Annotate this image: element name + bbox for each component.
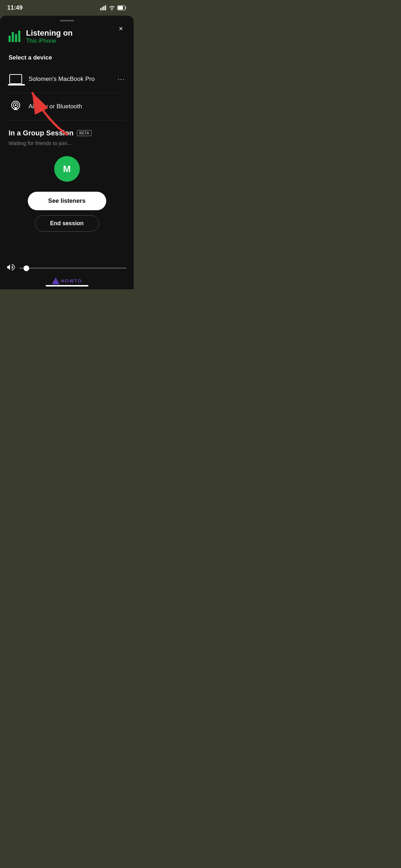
listening-on-label: Listening on <box>26 29 73 38</box>
device-name-macbook: Solomen's MacBook Pro <box>29 76 112 83</box>
svg-marker-11 <box>52 279 59 284</box>
equalizer-icon <box>9 31 20 42</box>
svg-rect-3 <box>105 5 106 10</box>
eq-bar-3 <box>15 34 17 42</box>
device-name-airplay: AirPlay or Bluetooth <box>29 103 125 110</box>
eq-bar-2 <box>12 32 14 42</box>
listening-device: This iPhone <box>26 38 56 44</box>
divider-2 <box>9 120 125 120</box>
volume-thumb[interactable] <box>24 265 29 271</box>
svg-point-8 <box>15 104 17 106</box>
group-session-title: In a Group Session <box>9 129 73 137</box>
watermark: HOWTO <box>52 277 82 284</box>
device-item-airplay[interactable]: AirPlay or Bluetooth <box>9 96 125 117</box>
signal-icon <box>100 5 107 10</box>
eq-bar-1 <box>9 36 11 42</box>
volume-track[interactable] <box>19 268 127 269</box>
battery-icon <box>117 5 127 10</box>
airplay-icon <box>9 99 23 114</box>
divider-1 <box>9 93 125 93</box>
device-item-macbook[interactable]: Solomen's MacBook Pro ··· <box>9 68 125 90</box>
svg-rect-1 <box>102 7 103 10</box>
watermark-logo <box>52 277 60 284</box>
svg-rect-0 <box>100 8 101 10</box>
more-options-macbook[interactable]: ··· <box>118 76 125 83</box>
wifi-icon <box>109 5 115 10</box>
waiting-text: Waiting for friends to join... <box>9 140 125 146</box>
volume-bar-section <box>0 264 134 272</box>
eq-bar-4 <box>18 31 20 42</box>
watermark-text: HOWTO <box>61 278 82 284</box>
user-avatar: M <box>54 156 80 182</box>
listening-header: Listening on This iPhone <box>9 29 125 44</box>
svg-rect-2 <box>103 6 104 10</box>
home-indicator <box>46 285 88 286</box>
see-listeners-button[interactable]: See listeners <box>28 192 106 210</box>
bottom-sheet: × Listening on This iPhone Select a devi… <box>0 16 134 289</box>
select-device-title: Select a device <box>9 54 125 61</box>
status-time: 11:49 <box>7 4 22 11</box>
listening-text: Listening on This iPhone <box>26 29 73 44</box>
status-bar: 11:49 <box>0 0 134 16</box>
status-icons <box>100 5 127 10</box>
drag-handle[interactable] <box>60 20 74 21</box>
beta-badge: BETA <box>77 130 91 136</box>
volume-icon <box>7 264 15 272</box>
laptop-icon <box>9 72 23 86</box>
end-session-button[interactable]: End session <box>35 215 99 232</box>
avatar-section: M <box>9 156 125 182</box>
svg-rect-5 <box>118 6 123 10</box>
group-session-header: In a Group Session BETA <box>9 129 125 137</box>
group-session-section: In a Group Session BETA Waiting for frie… <box>9 129 125 232</box>
close-button[interactable]: × <box>115 23 127 34</box>
